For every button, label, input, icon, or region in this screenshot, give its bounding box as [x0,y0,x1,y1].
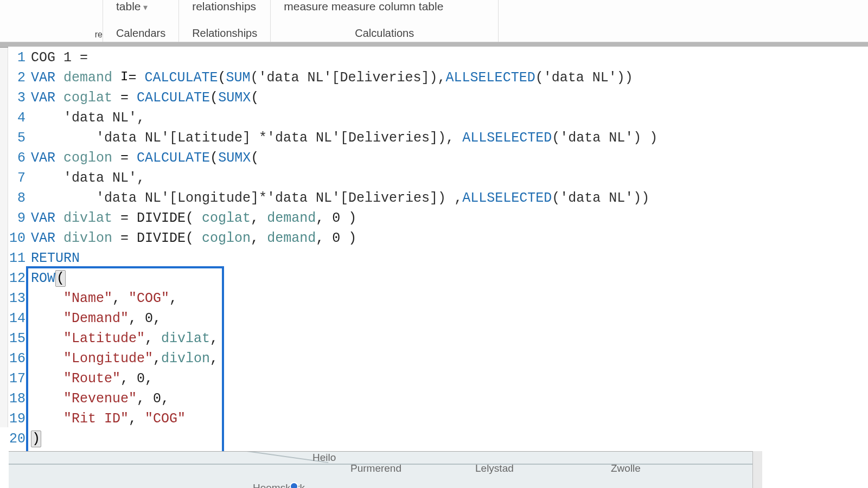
code-text: , [210,351,218,367]
ribbon-group-relationships[interactable]: relationships Relationships [179,0,271,42]
code-text: ( [251,90,259,106]
map-label: Purmerend [350,463,401,474]
code-text: , [210,331,218,346]
code-text: 'data NL', [31,110,145,126]
code-str: "COG" [129,291,169,306]
code-text: , [112,291,129,306]
code-func: SUMX [218,90,251,106]
code-text: ('data NL')) [552,190,649,206]
ribbon-group-calendars[interactable]: table ▾ Calendars [103,0,179,42]
code-indent [31,331,63,346]
line-number: 17 [8,369,31,389]
line-number: 6 [8,148,31,168]
code-str: "Route" [63,371,120,387]
line-number: 4 [8,108,31,128]
code-keyword: VAR [31,150,55,166]
code-text: , [145,331,161,346]
code-text: , 0 ) [316,210,356,226]
code-str: "Revenue" [63,391,137,407]
code-var: coglon [202,230,251,246]
code-text: 'data NL'[Latitude] *'data NL'[Deliverie… [31,130,462,146]
code-func: CALCULATE [144,70,218,86]
line-number: 7 [8,168,31,188]
map-label: Zwolle [611,463,641,474]
code-keyword: VAR [31,90,55,106]
ribbon-relationships-top[interactable]: relationships [192,0,257,13]
code-var: coglat [63,90,112,106]
code-func: ROW [31,271,55,286]
code-text: , [251,230,267,246]
ribbon-calculations-label: Calculations [284,27,485,40]
code-text: = [120,150,137,166]
code-text: , [153,351,161,367]
code-var: demand [63,70,112,86]
line-number: 11 [8,248,31,268]
ribbon-calendars-label: Calendars [116,27,165,40]
code-indent [31,291,63,306]
line-number: 2 [8,68,31,88]
code-str: "Longitude" [63,351,153,367]
line-number: 15 [8,329,31,349]
code-text: , 0 ) [316,230,356,246]
line-number: 14 [8,309,31,329]
code-indent [31,351,63,367]
line-number: 8 [8,188,31,208]
code-indent [31,411,63,427]
line-number: 9 [8,208,31,228]
bracket-match: ( [55,270,66,287]
ribbon-calculations-top[interactable]: measure measure column table [284,0,485,13]
code-var: divlon [63,230,112,246]
line-number: 10 [8,228,31,248]
code-text: = [128,70,144,86]
map-scrollbar[interactable] [752,451,762,488]
ribbon-group-calculations[interactable]: measure measure column table Calculation… [271,0,499,42]
code-func: SUMX [218,150,251,166]
code-indent [31,371,63,387]
line-number: 18 [8,389,31,409]
code-var: divlat [161,331,210,346]
code-text: COG 1 = [31,50,88,66]
map-visual[interactable]: Heilo Purmerend Lelystad Zwolle Heemsker… [9,451,760,488]
code-text: ('data NL') ) [552,130,658,146]
code-func: SUM [226,70,251,86]
left-rail [0,48,8,427]
code-text: , 0, [137,391,169,407]
map-label: Lelystad [475,463,514,474]
code-text: 'data NL'[Longitude]*'data NL'[Deliverie… [31,190,462,206]
code-text: ( [218,70,226,86]
chevron-down-icon: ▾ [141,3,148,12]
code-text: ('data NL')) [535,70,633,86]
bracket-match: ) [31,431,41,447]
code-text: ( [210,150,218,166]
code-keyword: VAR [31,230,55,246]
ribbon-calendars-top[interactable]: table [116,0,141,12]
code-text: = [120,90,137,106]
line-number: 1 [8,48,31,68]
code-str: "Rit ID" [63,411,129,427]
map-point-icon[interactable] [290,482,298,488]
code-text: = DIVIDE( [120,230,202,246]
code-text: 'data NL', [31,170,145,186]
code-str: "COG" [145,411,186,427]
code-indent [31,311,63,326]
code-keyword: VAR [31,70,55,86]
code-var: demand [267,210,316,226]
code-text: ( [251,150,259,166]
code-text: , [129,411,145,427]
line-number: 5 [8,128,31,148]
ribbon: re table ▾ Calendars relationships Relat… [0,0,868,42]
code-func: ALLSELECTED [462,130,552,146]
code-text: , [251,210,267,226]
code-func: CALCULATE [137,90,210,106]
code-func: ALLSELECTED [462,190,552,206]
ribbon-left-text: re [95,30,103,40]
line-number: 16 [8,349,31,369]
code-keyword: VAR [31,210,55,226]
line-number: 3 [8,88,31,108]
code-text: ('data NL'[Deliveries]), [251,70,446,86]
line-number: 20 [8,429,31,449]
code-var: divlon [161,351,210,367]
code-func: ALLSELECTED [446,70,535,86]
code-text: , [169,291,177,306]
dax-formula-bar[interactable]: 1COG 1 = 2VAR demand I= CALCULATE(SUM('d… [8,47,868,449]
